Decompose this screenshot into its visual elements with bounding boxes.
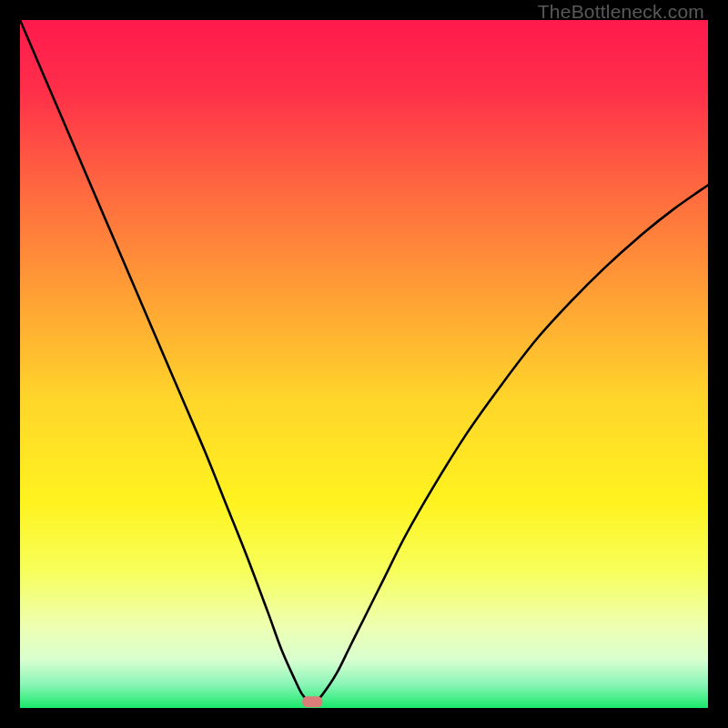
chart-background: [20, 20, 708, 708]
bottleneck-chart: [20, 20, 708, 708]
chart-frame: [20, 20, 708, 708]
optimum-marker: [302, 696, 322, 707]
